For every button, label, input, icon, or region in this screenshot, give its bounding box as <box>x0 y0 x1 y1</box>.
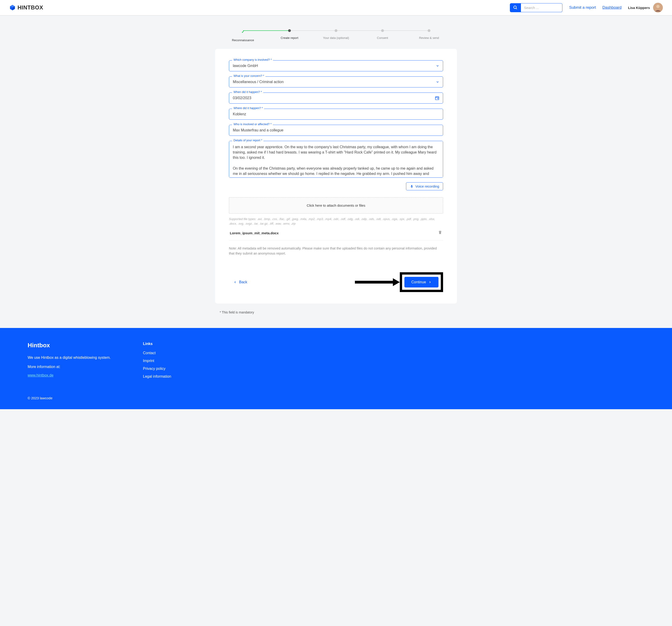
who-label: Who is involved or affected? * <box>232 123 273 126</box>
header: HINTBOX Submit a report Dashboard Lisa K… <box>0 0 672 16</box>
details-textarea[interactable] <box>229 141 443 178</box>
who-input[interactable] <box>229 125 443 136</box>
details-field[interactable]: Details of your report * <box>229 141 443 179</box>
uploaded-file-name: Lorem_ipsum_mit_meta.docx <box>230 231 279 235</box>
company-select[interactable]: lawcode GmbH <box>229 60 443 71</box>
footer-more-info: More information at: <box>28 364 111 370</box>
footer-brand: Hintbox <box>28 342 111 349</box>
svg-marker-14 <box>393 278 400 286</box>
when-label: When did it happen? * <box>232 91 263 94</box>
where-label: Where did it happen? * <box>232 106 264 110</box>
uploaded-file-row: Lorem_ipsum_mit_meta.docx <box>229 226 443 241</box>
footer-desc: We use Hintbox as a digital whistleblowi… <box>28 355 111 360</box>
who-field[interactable]: Who is involved or affected? * <box>229 125 443 136</box>
where-input[interactable] <box>229 109 443 120</box>
form-actions: Back Continue <box>229 272 443 292</box>
svg-point-3 <box>656 5 659 8</box>
file-dropzone[interactable]: Click here to attach documents or files <box>229 197 443 214</box>
concern-field[interactable]: What is your concern? * Miscellaneous / … <box>229 76 443 87</box>
check-icon: ✓ <box>241 29 245 34</box>
form-card: Which company is involved? * lawcode Gmb… <box>215 49 457 304</box>
user-name: Lisa Küppers <box>628 6 650 10</box>
dashboard-link[interactable]: Dashboard <box>602 5 622 10</box>
svg-rect-12 <box>440 231 441 231</box>
continue-button[interactable]: Continue <box>404 277 438 287</box>
metadata-note: Note: All metadata will be removed autom… <box>229 246 443 256</box>
footer-copyright: © 2023 lawcode <box>28 396 644 400</box>
logo[interactable]: HINTBOX <box>9 4 43 11</box>
search <box>510 3 562 12</box>
footer-url-link[interactable]: www.hintbox.de <box>28 373 53 377</box>
back-button[interactable]: Back <box>229 278 252 286</box>
search-icon <box>513 5 518 10</box>
footer-link-legal[interactable]: Legal information <box>143 374 171 379</box>
chevron-left-icon <box>234 280 237 284</box>
submit-report-link[interactable]: Submit a report <box>569 5 596 10</box>
svg-line-1 <box>516 8 517 9</box>
search-button[interactable] <box>510 3 521 12</box>
microphone-icon <box>410 184 414 188</box>
brand-text: HINTBOX <box>18 4 43 11</box>
when-input[interactable] <box>229 93 443 104</box>
voice-recording-button[interactable]: Voice recording <box>406 182 443 190</box>
footer-link-imprint[interactable]: Imprint <box>143 359 171 363</box>
search-input[interactable] <box>521 3 562 12</box>
when-field[interactable]: When did it happen? * <box>229 93 443 104</box>
where-field[interactable]: Where did it happen? * <box>229 109 443 120</box>
company-label: Which company is involved? * <box>232 58 273 61</box>
svg-point-0 <box>513 6 516 9</box>
avatar[interactable] <box>653 3 663 12</box>
stepper: ✓ Reconnaissance Create report Your data… <box>215 29 457 42</box>
cube-icon <box>9 4 16 11</box>
step-reconnaissance: ✓ Reconnaissance <box>220 29 266 42</box>
footer-link-contact[interactable]: Contact <box>143 351 171 355</box>
footer-col-about: Hintbox We use Hintbox as a digital whis… <box>28 342 111 382</box>
footer: Hintbox We use Hintbox as a digital whis… <box>0 328 672 409</box>
footer-col-links: Links Contact Imprint Privacy policy Leg… <box>143 342 171 382</box>
details-label: Details of your report * <box>232 139 263 142</box>
supported-filetypes: Supported file types: .avi, .bmp, .css, … <box>229 217 443 226</box>
delete-file-button[interactable] <box>438 230 442 236</box>
chevron-right-icon <box>428 280 432 284</box>
mandatory-note: * This field is mandatory <box>215 310 457 314</box>
svg-rect-9 <box>411 185 412 187</box>
footer-links-heading: Links <box>143 342 171 346</box>
trash-icon <box>438 230 442 234</box>
footer-link-privacy[interactable]: Privacy policy <box>143 367 171 371</box>
concern-select[interactable]: Miscellaneous / Criminal action <box>229 76 443 87</box>
company-field[interactable]: Which company is involved? * lawcode Gmb… <box>229 60 443 71</box>
continue-highlight-annotation: Continue <box>400 272 443 292</box>
arrow-annotation <box>354 276 400 288</box>
concern-label: What is your concern? * <box>232 74 266 78</box>
